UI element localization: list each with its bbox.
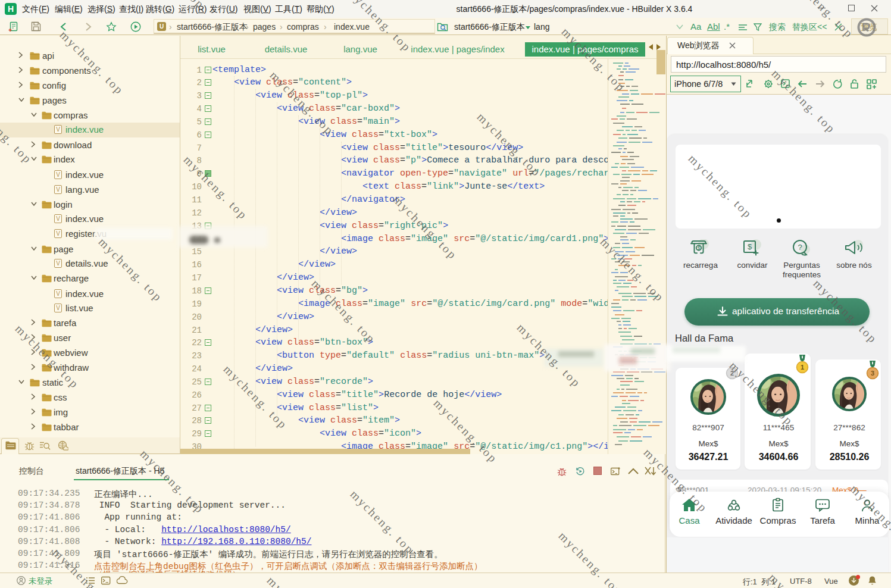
svg-text:2: 2 [730, 370, 734, 377]
svg-text:3: 3 [871, 370, 874, 377]
svg-text:$: $ [698, 245, 701, 251]
svg-text:1: 1 [801, 364, 804, 371]
svg-text:$: $ [748, 242, 752, 251]
svg-text:?: ? [798, 243, 802, 252]
